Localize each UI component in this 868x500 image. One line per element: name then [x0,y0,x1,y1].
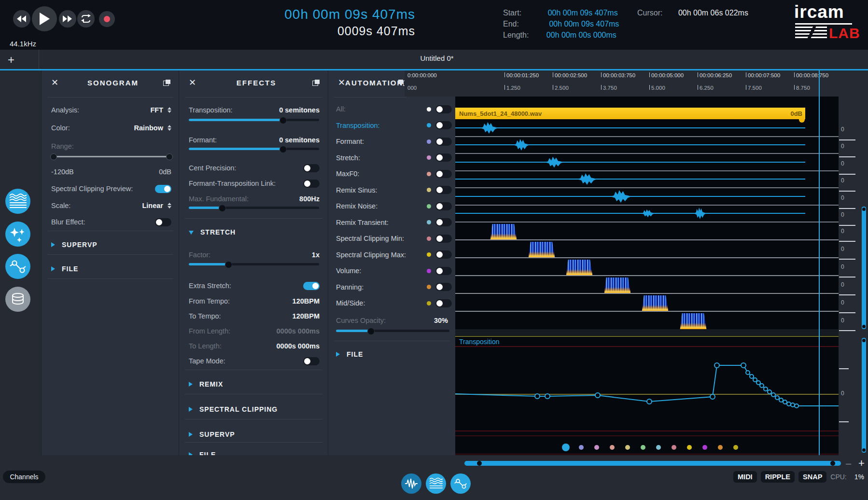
chevron-right-icon[interactable] [51,266,55,271]
sonogram-vertical-scrollbar[interactable] [862,207,866,329]
sonogram-gain-label[interactable]: 0 [841,246,844,252]
chevron-right-icon[interactable] [189,382,193,387]
fast-forward-button[interactable] [59,10,76,28]
automation-param-label[interactable]: Stretch: [336,154,360,162]
channels-button[interactable]: Channels [3,471,45,483]
sidebar-sonogram-button[interactable] [5,189,30,214]
automation-select-dot[interactable] [610,445,615,450]
rewind-button[interactable] [13,10,30,28]
automation-select-dot[interactable] [702,445,707,450]
automation-param-label[interactable]: MaxF0: [336,170,359,178]
section-header[interactable]: REMIX [199,380,223,388]
zoom-in-button[interactable]: + [858,457,865,470]
automation-param-toggle[interactable] [435,299,452,307]
horizontal-scrollbar[interactable] [464,461,841,466]
sonogram-gain-label[interactable]: 0 [841,264,844,270]
section-header[interactable]: SUPERVP [199,431,235,438]
detach-panel-icon[interactable] [312,80,320,86]
automation-node[interactable] [795,404,798,408]
field-value[interactable]: 0 semitones [279,106,320,114]
close-icon[interactable]: ✕ [338,77,345,88]
automation-node[interactable] [647,399,652,404]
tab-untitled[interactable]: Untitled 0* [39,54,835,62]
lane-gain-label[interactable]: 0 [841,194,844,201]
automation-node[interactable] [746,371,750,375]
spectrogram-patch[interactable] [490,224,518,240]
section-header[interactable]: SUPERVP [62,241,98,249]
automation-select-dot[interactable] [562,444,570,451]
bottom-waveform-view-button[interactable] [401,473,421,494]
automation-param-toggle[interactable] [435,105,452,113]
sonogram-gain-label[interactable]: 0 [841,228,844,235]
automation-select-dot[interactable] [672,445,676,450]
dropdown-arrows-icon[interactable] [168,125,171,131]
automation-node[interactable] [779,398,783,402]
automation-node[interactable] [750,375,754,378]
automation-param-toggle[interactable] [435,283,452,291]
chevron-right-icon[interactable] [51,242,55,247]
automation-param-label[interactable]: Volume: [336,267,361,275]
spectrogram-patch[interactable] [565,260,593,276]
slider[interactable] [189,119,319,121]
add-tab-button[interactable]: + [4,53,18,66]
automation-node[interactable] [771,393,775,397]
automation-node[interactable] [775,396,779,400]
automation-node[interactable] [787,402,791,406]
spectrogram-patch[interactable] [679,313,707,329]
field-value[interactable]: 1x [312,251,320,259]
automation-param-toggle[interactable] [435,121,452,129]
automation-node[interactable] [791,403,795,407]
sidebar-effects-button[interactable] [5,222,30,247]
dropdown-arrows-icon[interactable] [168,203,171,208]
toggle-switch[interactable] [303,164,320,172]
automation-param-label[interactable]: Transposition: [336,122,380,129]
field-value[interactable]: 120BPM [293,297,320,305]
playhead-cursor[interactable] [819,70,820,455]
chevron-down-icon[interactable] [189,231,194,235]
automation-vertical-scrollbar[interactable] [862,338,866,453]
field-value[interactable]: Rainbow [134,124,163,132]
automation-node[interactable] [714,363,719,368]
field-value[interactable]: 0 semitones [279,136,320,144]
length-value[interactable]: 00h 00m 00s 000ms [546,31,616,39]
section-header[interactable]: FILE [347,350,363,358]
automation-param-label[interactable]: Remix Transient: [336,219,389,226]
automation-param-toggle[interactable] [435,153,452,162]
end-value[interactable]: 00h 00m 09s 407ms [549,20,619,28]
audio-clip-bar[interactable]: Nums_5dot1_24_48000.wav 0dB [455,108,805,119]
toggle-switch[interactable] [155,218,171,226]
time-display-main[interactable]: 00h 00m 09s 407ms [232,7,415,22]
automation-node[interactable] [768,390,771,394]
start-value[interactable]: 00h 00m 09s 407ms [548,9,618,17]
spectrogram-patch[interactable] [603,278,631,293]
record-button[interactable] [99,11,115,27]
dropdown-arrows-icon[interactable] [168,107,171,113]
sonogram-gain-label[interactable]: 0 [841,317,844,324]
toggle-switch[interactable] [303,180,320,188]
play-button[interactable] [32,6,57,31]
automation-node[interactable] [760,384,764,388]
automation-select-dot[interactable] [579,445,584,450]
automation-select-dot[interactable] [656,445,661,450]
automation-select-dot[interactable] [641,445,645,450]
section-header[interactable]: FILE [62,265,78,273]
field-value[interactable]: 120BPM [293,312,320,320]
automation-param-label[interactable]: Spectral Clipping Min: [336,235,404,242]
automation-node[interactable] [756,381,760,385]
automation-select-dot[interactable] [594,445,599,450]
toggle-switch[interactable] [303,282,320,290]
spectrogram-patch[interactable] [641,295,669,311]
scroll-handle-left[interactable] [477,461,482,466]
automation-param-toggle[interactable] [435,267,452,275]
ripple-button[interactable]: RIPPLE [761,471,795,483]
range-slider[interactable] [51,156,172,157]
lane-gain-label[interactable]: 0 [841,177,844,184]
automation-param-toggle[interactable] [435,186,452,194]
automation-select-dot[interactable] [625,445,630,450]
automation-param-toggle[interactable] [435,202,452,210]
transposition-automation-lane[interactable] [455,335,839,455]
snap-button[interactable]: SNAP [798,471,826,483]
curves-opacity-slider[interactable] [336,330,449,332]
automation-param-label[interactable]: All: [336,105,346,113]
field-value[interactable]: FFT [150,106,163,114]
